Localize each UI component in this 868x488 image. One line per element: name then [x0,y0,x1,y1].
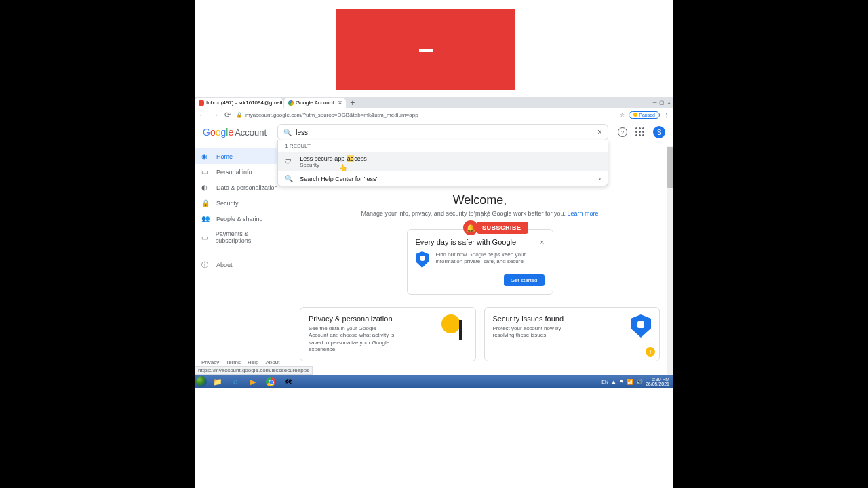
tab-bar: Inbox (497) - srk161084@gmail... × Googl… [195,97,673,108]
footer-links: Privacy Terms Help About [201,359,279,365]
get-started-button[interactable]: Get started [504,274,545,286]
privacy-title: Privacy & personalization [309,314,397,323]
bell-icon: 🔔 [463,220,478,235]
sidebar-item-payments[interactable]: ▭Payments & subscriptions [195,226,286,248]
address-bar: ← → ⟳ 🔒 myaccount.google.com/?utm_source… [195,108,673,121]
ie-icon[interactable]: e [227,375,243,388]
lock-icon: 🔒 [201,199,211,207]
footer-terms[interactable]: Terms [226,359,241,365]
menu-icon[interactable]: ⋮ [664,112,669,118]
security-illustration: ! [631,314,651,354]
sidebar-item-about[interactable]: ⓘAbout [195,256,286,274]
shield-icon [416,251,429,268]
close-icon[interactable]: × [338,99,342,106]
explorer-icon[interactable]: 📁 [210,375,226,388]
data-icon: ◐ [201,184,211,191]
lang-indicator[interactable]: EN [601,380,608,384]
app-icon[interactable]: 🛠 [280,375,296,388]
clear-icon[interactable]: × [597,127,602,137]
tab-title: Inbox (497) - srk161084@gmail... [206,100,283,106]
dropdown-item-less-secure[interactable]: 🛡 Less secure app access Security 👆 [278,152,608,171]
tab-inbox[interactable]: Inbox (497) - srk161084@gmail... × [195,98,283,108]
safer-title: Every day is safer with Google [416,238,517,246]
subscribe-overlay[interactable]: \ | / 🔔 SUBSCRIBE [463,220,528,235]
dropdown-header: 1 RESULT [278,140,608,152]
sidebar-item-security[interactable]: 🔒Security [195,195,286,211]
tab-title: Google Account [296,100,334,106]
sidebar-item-data[interactable]: ◐Data & personalization [195,180,286,195]
footer-about[interactable]: About [265,359,279,365]
reload-button[interactable]: ⟳ [224,110,231,119]
card-icon: ▭ [201,168,211,176]
close-icon[interactable]: × [667,100,671,106]
subscribe-label: SUBSCRIBE [477,222,528,234]
security-card[interactable]: Security issues found Protect your accou… [484,307,660,361]
welcome-heading: Welcome, [300,193,660,207]
status-bar: https://myaccount.google.com/lesssecurea… [195,366,313,375]
url-text[interactable]: myaccount.google.com/?utm_source=OGB&tab… [245,112,616,118]
star-icon[interactable]: ☆ [620,112,625,118]
footer-help[interactable]: Help [248,359,258,365]
profile-paused-button[interactable]: Paused [629,111,660,119]
chevron-right-icon: › [599,175,601,182]
browser-window: Inbox (497) - srk161084@gmail... × Googl… [195,97,673,375]
minimize-icon[interactable]: ─ [653,100,657,106]
home-icon: ◉ [201,152,211,160]
sidebar-item-people[interactable]: 👥People & sharing [195,211,286,226]
sidebar-item-personal-info[interactable]: ▭Personal info [195,164,286,180]
footer-privacy[interactable]: Privacy [201,359,219,365]
new-tab-button[interactable]: + [350,98,355,108]
tab-google-account[interactable]: Google Account × [284,98,346,108]
learn-more-link[interactable]: Learn more [567,210,598,217]
forward-button[interactable]: → [212,110,219,119]
media-player-icon[interactable]: ▶ [245,375,261,388]
privacy-illustration [441,314,467,340]
help-icon[interactable]: ? [618,127,627,137]
search-icon: 🔍 [283,129,292,136]
tray-network-icon[interactable]: 📶 [627,379,633,385]
search-icon: 🔍 [285,175,294,182]
people-icon: 👥 [201,215,211,222]
tray-volume-icon[interactable]: 🔊 [636,379,643,385]
cursor-icon: 👆 [339,164,347,171]
card-icon: ▭ [201,234,210,241]
security-title: Security issues found [493,314,581,323]
close-icon[interactable]: × [540,238,544,246]
privacy-card[interactable]: Privacy & personalization See the data i… [300,307,476,361]
apps-icon[interactable] [635,127,645,137]
sidebar: ◉Home ▭Personal info ◐Data & personaliza… [195,148,286,274]
search-dropdown: 1 RESULT 🛡 Less secure app access Securi… [277,140,608,186]
clock[interactable]: 6:30 PM 26/05/2021 [646,377,669,386]
account-label: Account [235,127,267,138]
lock-icon[interactable]: 🔒 [236,112,243,118]
tray-action-icon[interactable]: ⚑ [619,379,624,385]
privacy-text: See the data in your Google Account and … [309,325,397,354]
back-button[interactable]: ← [199,110,206,119]
safer-card: Every day is safer with Google × Find ou… [407,229,553,295]
safer-text: Find out how Google helps keep your info… [436,251,545,268]
chrome-icon[interactable] [262,375,279,388]
start-button[interactable] [195,375,208,388]
search-box[interactable]: 🔍 × [277,124,608,140]
maximize-icon[interactable]: ▢ [659,100,665,106]
sidebar-item-home[interactable]: ◉Home [195,148,286,164]
tray-up-icon[interactable]: ▲ [611,379,616,385]
taskbar: 📁 e ▶ 🛠 EN ▲ ⚑ 📶 🔊 6:30 PM 26/05/2021 [195,375,673,388]
search-input[interactable] [296,129,597,136]
shield-icon: 🛡 [285,158,294,165]
security-text: Protect your account now by resolving th… [493,325,581,340]
google-logo: Google [203,127,233,138]
dropdown-item-help[interactable]: 🔍 Search Help Center for 'less' › [278,171,608,186]
avatar[interactable]: S [653,126,665,138]
info-icon: ⓘ [201,260,211,270]
red-banner-overlay [336,9,515,90]
